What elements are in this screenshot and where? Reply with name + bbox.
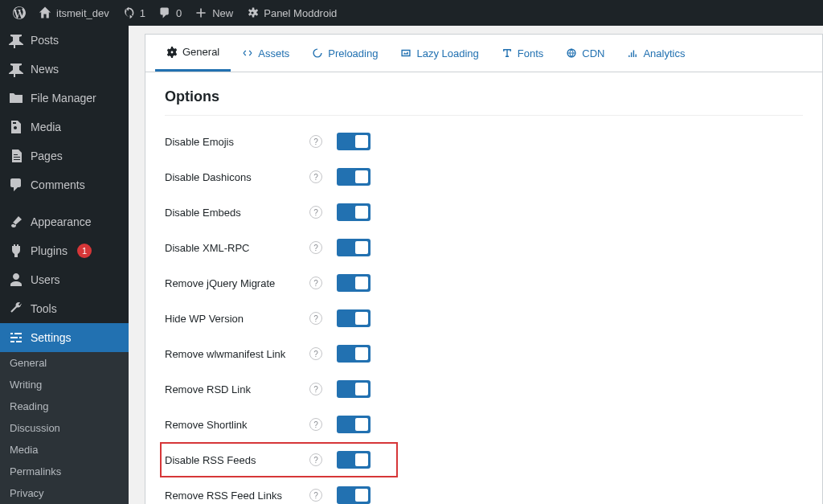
sidebar-item-pages[interactable]: Pages: [0, 141, 129, 170]
tab-general[interactable]: General: [155, 35, 231, 72]
sidebar-item-label: Settings: [31, 331, 72, 344]
tab-fonts[interactable]: Fonts: [490, 35, 555, 72]
toggle-knob: [355, 418, 368, 431]
sidebar-item-users[interactable]: Users: [0, 265, 129, 294]
tab-preloading[interactable]: Preloading: [301, 35, 389, 72]
sidebar-item-news[interactable]: News: [0, 55, 129, 84]
toggle-knob: [355, 135, 368, 148]
help-icon[interactable]: ?: [309, 418, 322, 431]
site-name: itsmeit_dev: [56, 7, 109, 19]
option-row-disable-embeds: Disable Embeds?: [165, 195, 803, 230]
admin-bar: itsmeit_dev 1 0 New Panel Moddroid: [0, 0, 823, 26]
option-label: Remove jQuery Migrate: [165, 277, 309, 289]
help-icon[interactable]: ?: [309, 489, 322, 502]
sidebar-item-plugins[interactable]: Plugins1: [0, 236, 129, 265]
help-icon[interactable]: ?: [309, 277, 322, 289]
sidebar-item-label: Pages: [31, 150, 63, 162]
sidebar-item-label: News: [31, 63, 59, 76]
submenu-item-writing[interactable]: Writing: [0, 374, 129, 395]
sidebar-item-label: Appearance: [31, 215, 92, 228]
comments[interactable]: 0: [152, 0, 188, 26]
sidebar-item-label: Comments: [31, 178, 85, 191]
tab-analytics[interactable]: Analytics: [616, 35, 696, 72]
updates[interactable]: 1: [116, 0, 152, 26]
sidebar-item-settings[interactable]: Settings: [0, 323, 129, 352]
submenu-item-general[interactable]: General: [0, 352, 129, 374]
toggle-knob: [355, 170, 368, 183]
tab-cdn[interactable]: CDN: [555, 35, 616, 72]
main-content: GeneralAssetsPreloadingLazy LoadingFonts…: [129, 26, 823, 504]
admin-sidebar: PostsNewsFile ManagerMediaPagesCommentsA…: [0, 26, 129, 504]
help-icon[interactable]: ?: [309, 383, 322, 395]
option-row-disable-rss-feeds: Disable RSS Feeds?: [160, 442, 398, 477]
wp-logo[interactable]: [6, 0, 32, 26]
tabs: GeneralAssetsPreloadingLazy LoadingFonts…: [145, 35, 822, 72]
panel-label: Panel Moddroid: [264, 7, 337, 19]
toggle-disable-xml-rpc[interactable]: [337, 239, 371, 256]
option-label: Disable XML-RPC: [165, 242, 309, 254]
help-icon[interactable]: ?: [309, 312, 322, 325]
help-icon[interactable]: ?: [309, 135, 322, 148]
option-row-remove-shortlink: Remove Shortlink?: [165, 407, 803, 442]
toggle-remove-shortlink[interactable]: [337, 416, 371, 433]
pin-icon: [8, 32, 24, 48]
update-badge: 1: [77, 244, 92, 258]
lazy-loading-icon: [400, 47, 412, 59]
option-label: Remove RSD Link: [165, 383, 309, 395]
option-label: Disable Emojis: [165, 136, 309, 148]
sidebar-item-appearance[interactable]: Appearance: [0, 207, 129, 236]
plus-icon: [194, 6, 207, 19]
toggle-disable-emojis[interactable]: [337, 133, 371, 150]
sidebar-item-media[interactable]: Media: [0, 113, 129, 141]
toggle-hide-wp-version[interactable]: [337, 309, 371, 327]
dashboard-icon: [246, 6, 259, 19]
option-row-remove-jquery-migrate: Remove jQuery Migrate?: [165, 265, 803, 301]
option-row-remove-wlwmanifest-link: Remove wlwmanifest Link?: [165, 336, 803, 371]
new-label: New: [212, 7, 233, 19]
option-label: Hide WP Version: [165, 313, 309, 325]
option-label: Disable Dashicons: [165, 171, 309, 183]
sidebar-item-label: File Manager: [31, 92, 96, 104]
submenu-item-privacy[interactable]: Privacy: [0, 482, 129, 504]
submenu-item-reading[interactable]: Reading: [0, 395, 129, 417]
tab-label: Assets: [258, 47, 289, 59]
tab-label: Analytics: [643, 47, 685, 59]
home-icon: [39, 6, 51, 19]
option-label: Disable Embeds: [165, 207, 309, 219]
toggle-remove-rss-feed-links[interactable]: [337, 486, 371, 504]
updates-count: 1: [140, 7, 145, 19]
option-label: Remove Shortlink: [165, 419, 309, 431]
tab-label: Fonts: [518, 47, 544, 59]
help-icon[interactable]: ?: [309, 347, 322, 360]
toggle-disable-dashicons[interactable]: [337, 168, 371, 186]
sidebar-item-label: Users: [31, 273, 60, 286]
toggle-remove-rsd-link[interactable]: [337, 380, 371, 398]
help-icon[interactable]: ?: [309, 170, 322, 183]
toggle-disable-rss-feeds[interactable]: [337, 451, 371, 469]
submenu-item-media[interactable]: Media: [0, 439, 129, 461]
tab-assets[interactable]: Assets: [231, 35, 301, 72]
site-home[interactable]: itsmeit_dev: [32, 0, 116, 26]
toggle-disable-embeds[interactable]: [337, 203, 371, 221]
sidebar-item-posts[interactable]: Posts: [0, 26, 129, 55]
submenu-item-permalinks[interactable]: Permalinks: [0, 461, 129, 482]
new-content[interactable]: New: [188, 0, 240, 26]
sidebar-item-tools[interactable]: Tools: [0, 294, 129, 323]
wrench-icon: [8, 301, 24, 317]
option-row-disable-xml-rpc: Disable XML-RPC?: [165, 230, 803, 265]
option-row-disable-emojis: Disable Emojis?: [165, 124, 803, 159]
toggle-remove-wlwmanifest-link[interactable]: [337, 345, 371, 363]
help-icon[interactable]: ?: [309, 453, 322, 466]
panel-moddroid[interactable]: Panel Moddroid: [240, 0, 343, 26]
toggle-knob: [355, 453, 368, 466]
fonts-icon: [502, 47, 513, 59]
sidebar-item-comments[interactable]: Comments: [0, 170, 129, 199]
submenu-item-discussion[interactable]: Discussion: [0, 417, 129, 439]
sidebar-item-file-manager[interactable]: File Manager: [0, 84, 129, 113]
option-label: Disable RSS Feeds: [165, 454, 309, 466]
tab-lazy-loading[interactable]: Lazy Loading: [389, 35, 489, 72]
help-icon[interactable]: ?: [309, 206, 322, 219]
toggle-remove-jquery-migrate[interactable]: [337, 274, 371, 292]
help-icon[interactable]: ?: [309, 241, 322, 254]
sidebar-item-label: Plugins: [31, 244, 68, 257]
